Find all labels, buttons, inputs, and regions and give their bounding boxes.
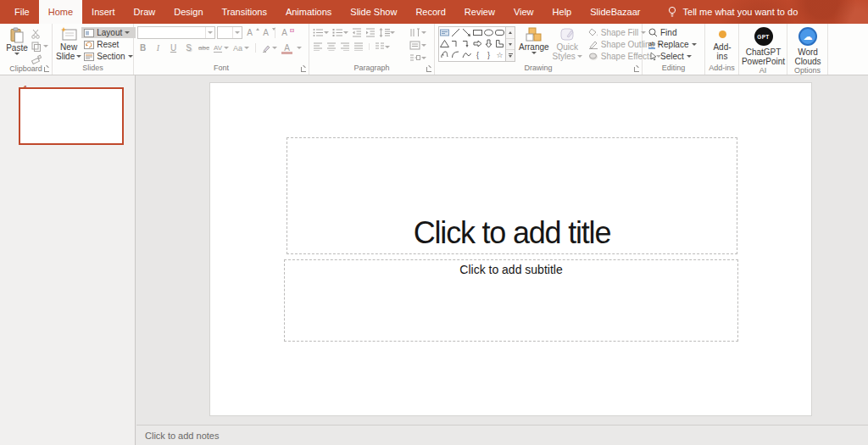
font-name-caret-icon	[208, 31, 213, 34]
underline-button[interactable]: U	[168, 42, 179, 53]
shape-down-arrow-icon[interactable]	[483, 38, 494, 49]
replace-button[interactable]: ab Replace	[646, 39, 699, 50]
chatgpt-powerpoint-button[interactable]: GPT ChatGPT PowerPoint	[742, 26, 785, 66]
tab-draw[interactable]: Draw	[125, 0, 165, 24]
add-ins-button[interactable]: Add-ins	[709, 26, 736, 64]
text-shadow-button[interactable]: S	[183, 42, 194, 53]
font-color-button[interactable]: A	[281, 42, 292, 53]
italic-button[interactable]: I	[153, 42, 164, 53]
slide-canvas[interactable]: Click to add title Click to add subtitle	[209, 82, 812, 416]
convert-to-smartart-button[interactable]	[409, 53, 431, 64]
font-name-combobox[interactable]	[137, 26, 215, 39]
options-group: ☁ Word Clouds Options	[787, 24, 828, 75]
tab-help[interactable]: Help	[543, 0, 581, 24]
highlight-color-button[interactable]	[262, 42, 277, 53]
strikethrough-button[interactable]: abc	[198, 42, 209, 53]
decrease-indent-button[interactable]	[352, 28, 362, 37]
cut-button[interactable]	[31, 28, 48, 39]
tab-animations[interactable]: Animations	[276, 0, 341, 24]
shape-elbow-connector-icon[interactable]	[450, 38, 461, 49]
character-spacing-button[interactable]: AV	[214, 42, 229, 53]
find-button[interactable]: Find	[646, 27, 699, 38]
editor-area: Click to add title Click to add subtitle	[136, 75, 868, 425]
shape-oval-icon[interactable]	[483, 27, 494, 38]
shape-elbow-arrow-icon[interactable]	[461, 38, 472, 49]
paste-button[interactable]: Paste	[3, 26, 31, 64]
format-painter-button[interactable]	[31, 53, 48, 64]
subtitle-placeholder[interactable]: Click to add subtitle	[284, 259, 738, 342]
shapes-scroll-down-button[interactable]	[506, 39, 515, 51]
drawing-dialog-launcher-icon[interactable]	[634, 67, 639, 72]
layout-icon	[84, 29, 94, 37]
grow-font-button[interactable]: A	[244, 27, 255, 38]
clipboard-dialog-launcher-icon[interactable]	[44, 67, 49, 72]
align-text-button[interactable]	[409, 40, 431, 51]
tab-file[interactable]: File	[5, 0, 39, 24]
copy-button[interactable]	[31, 41, 48, 52]
tab-transitions[interactable]: Transitions	[213, 0, 276, 24]
notes-pane[interactable]: Click to add notes	[136, 425, 868, 445]
tab-insert[interactable]: Insert	[82, 0, 125, 24]
tab-home[interactable]: Home	[39, 0, 82, 24]
shape-triangle-icon[interactable]	[439, 38, 450, 49]
font-dialog-launcher-icon[interactable]	[301, 67, 306, 72]
align-right-button[interactable]	[340, 42, 350, 51]
shape-star-icon[interactable]: ☆	[494, 49, 505, 60]
text-direction-button[interactable]	[409, 27, 431, 38]
clear-formatting-button[interactable]: A	[279, 27, 290, 38]
bold-button[interactable]: B	[137, 42, 148, 53]
arrange-button[interactable]: Arrange	[519, 26, 549, 64]
increase-indent-button[interactable]	[365, 28, 376, 37]
shape-right-arrow-icon[interactable]	[472, 38, 483, 49]
shape-curve-icon[interactable]	[461, 49, 472, 60]
shape-corner-icon[interactable]	[494, 38, 505, 49]
quick-styles-caret-icon	[577, 55, 582, 58]
font-color-caret-icon[interactable]	[297, 47, 302, 49]
line-spacing-button[interactable]	[379, 28, 395, 37]
font-size-combobox[interactable]	[217, 26, 242, 39]
shape-left-brace-icon[interactable]: {	[472, 49, 483, 60]
justify-icon	[353, 42, 364, 51]
find-icon	[648, 28, 658, 37]
shape-arc-icon[interactable]	[450, 49, 461, 60]
bullets-button[interactable]	[313, 28, 329, 37]
paragraph-group-label: Paragraph	[353, 64, 389, 72]
slide-1-thumbnail[interactable]	[19, 87, 124, 145]
shapes-more-button[interactable]	[506, 50, 515, 61]
tab-slidebazaar[interactable]: SlideBazaar	[581, 0, 649, 24]
shape-scribble-icon[interactable]	[439, 49, 450, 60]
select-button[interactable]: Select	[646, 51, 699, 62]
quick-styles-button[interactable]: Quick Styles	[553, 26, 582, 64]
justify-button[interactable]	[353, 42, 364, 51]
shapes-scroll-up-button[interactable]	[506, 27, 515, 39]
tab-slide-show[interactable]: Slide Show	[341, 0, 406, 24]
tab-record[interactable]: Record	[406, 0, 454, 24]
paragraph-dialog-launcher-icon[interactable]	[426, 67, 431, 72]
section-button[interactable]: Section	[81, 51, 135, 62]
shape-right-brace-icon[interactable]: }	[483, 49, 494, 60]
tab-view[interactable]: View	[504, 0, 543, 24]
tab-design[interactable]: Design	[164, 0, 212, 24]
shape-textbox-icon[interactable]	[439, 27, 450, 38]
columns-button[interactable]	[375, 42, 390, 51]
shape-arrow-icon[interactable]	[461, 27, 472, 38]
change-case-button[interactable]: Aa	[233, 42, 249, 53]
shrink-font-button[interactable]: A	[260, 27, 271, 38]
align-center-button[interactable]	[326, 42, 337, 51]
shape-rounded-rectangle-icon[interactable]	[494, 27, 505, 38]
tell-me-box[interactable]: Tell me what you want to do	[650, 0, 798, 24]
shapes-gallery-scrollbar	[506, 26, 515, 62]
tell-me-label: Tell me what you want to do	[683, 7, 798, 17]
shape-rectangle-icon[interactable]	[472, 27, 483, 38]
title-placeholder[interactable]: Click to add title	[287, 137, 737, 254]
align-left-button[interactable]	[313, 42, 323, 51]
new-slide-button[interactable]: New Slide	[56, 26, 81, 64]
addins-group-label: Add-ins	[709, 64, 735, 72]
reset-button[interactable]: Reset	[81, 39, 135, 50]
tab-review[interactable]: Review	[455, 0, 504, 24]
word-clouds-button[interactable]: ☁ Word Clouds	[794, 26, 821, 66]
layout-button[interactable]: Layout	[81, 27, 135, 38]
arrange-label: Arrange	[519, 42, 549, 52]
shape-line-icon[interactable]	[450, 27, 461, 38]
numbering-button[interactable]	[332, 28, 348, 37]
